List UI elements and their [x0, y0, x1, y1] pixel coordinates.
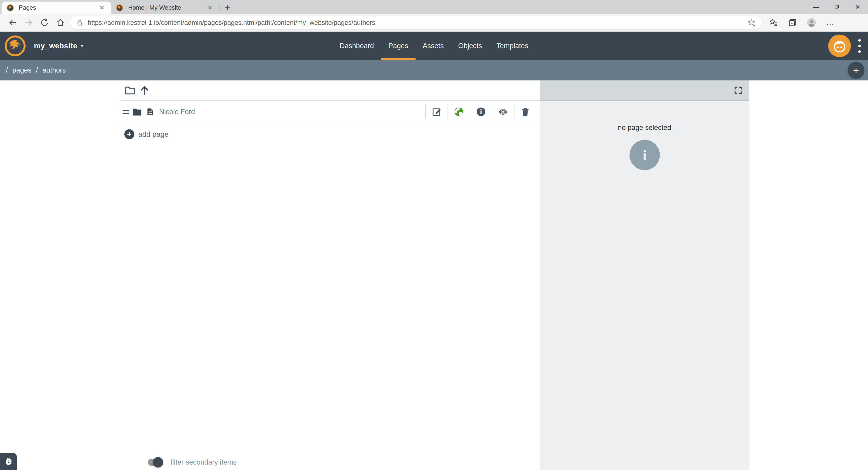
add-page-label: add page	[138, 130, 168, 138]
breadcrumb: / pages / authors +	[0, 60, 868, 81]
collections-button[interactable]	[783, 15, 802, 30]
forward-button[interactable]	[21, 15, 37, 30]
header-right	[828, 32, 868, 60]
debug-button[interactable]	[0, 453, 17, 470]
publish-page-button[interactable]	[447, 104, 470, 119]
close-tab-icon[interactable]: ✕	[206, 3, 215, 12]
add-page-button[interactable]: + add page	[121, 123, 540, 145]
nav-item-templates[interactable]: Templates	[489, 32, 535, 60]
browser-tabstrip: Pages ✕ Home | My Website ✕ + — ✕	[0, 0, 868, 14]
edit-icon	[432, 107, 442, 117]
main-nav: Dashboard Pages Assets Objects Templates	[333, 32, 536, 60]
window-controls: — ✕	[806, 0, 868, 14]
filter-secondary-block: filter secondary items	[148, 458, 237, 466]
page-list-area: Nicole Ford	[0, 81, 540, 470]
right-filler	[749, 81, 868, 470]
tab-home-my-website[interactable]: Home | My Website ✕	[111, 2, 219, 14]
kestrel-logo-icon	[4, 35, 26, 57]
page-list: Nicole Ford	[121, 81, 540, 145]
breadcrumb-separator: /	[6, 66, 8, 74]
nav-item-objects[interactable]: Objects	[451, 32, 489, 60]
close-tab-icon[interactable]: ✕	[97, 3, 106, 12]
go-up-icon[interactable]	[139, 85, 150, 96]
close-window-button[interactable]: ✕	[847, 0, 868, 14]
folder-icon[interactable]	[124, 85, 135, 96]
ellipsis-icon: …	[826, 18, 835, 27]
eye-icon	[498, 107, 508, 117]
site-switcher[interactable]: my_website	[34, 41, 77, 50]
browser-toolbar: https://admin.kestrel-1.io/content/admin…	[0, 14, 868, 32]
lock-icon	[76, 19, 84, 26]
preview-page-button[interactable]	[492, 104, 514, 119]
url-text[interactable]: https://admin.kestrel-1.io/content/admin…	[88, 19, 747, 26]
profile-avatar-icon	[807, 18, 816, 27]
browser-menu-button[interactable]: …	[821, 15, 840, 30]
nav-item-pages[interactable]: Pages	[381, 32, 415, 60]
expand-icon[interactable]	[734, 86, 743, 95]
face-icon	[831, 38, 848, 54]
add-button[interactable]: +	[848, 62, 864, 79]
toggle-knob	[153, 457, 163, 468]
breadcrumb-separator: /	[36, 66, 38, 74]
bug-icon	[4, 457, 13, 466]
tab-title: Home | My Website	[128, 4, 206, 11]
no-page-selected-text: no page selected	[618, 124, 671, 132]
tab-title: Pages	[19, 4, 97, 11]
profile-button[interactable]	[802, 15, 821, 30]
edit-page-button[interactable]	[426, 104, 447, 119]
detail-panel: no page selected	[540, 81, 749, 470]
refresh-icon	[40, 18, 49, 27]
home-icon	[56, 18, 65, 27]
favorites-button[interactable]	[764, 15, 783, 30]
back-icon	[8, 18, 18, 27]
user-avatar[interactable]	[828, 35, 851, 57]
chevron-down-icon[interactable]: ▾	[81, 43, 83, 49]
address-bar[interactable]: https://admin.kestrel-1.io/content/admin…	[70, 16, 762, 29]
refresh-button[interactable]	[37, 15, 53, 30]
document-icon	[146, 107, 155, 116]
filter-secondary-toggle[interactable]	[148, 459, 161, 466]
add-favorite-icon[interactable]	[747, 18, 756, 27]
info-icon	[476, 107, 486, 117]
plus-icon: +	[124, 129, 134, 139]
page-row-left: Nicole Ford	[123, 107, 195, 117]
collections-icon	[788, 18, 797, 27]
nav-item-assets[interactable]: Assets	[415, 32, 451, 60]
forward-icon	[24, 18, 33, 27]
home-button[interactable]	[53, 15, 68, 30]
detail-panel-body: no page selected	[540, 100, 749, 470]
list-toolbar-row	[121, 81, 540, 101]
breadcrumb-item-pages[interactable]: pages	[12, 66, 31, 74]
minimize-button[interactable]: —	[806, 0, 827, 14]
filter-secondary-label: filter secondary items	[170, 458, 237, 466]
globe-icon	[454, 107, 464, 117]
restore-button[interactable]	[827, 0, 847, 14]
back-button[interactable]	[5, 15, 21, 30]
folder-filled-icon	[132, 107, 143, 117]
restore-icon	[834, 4, 840, 10]
detail-panel-header	[540, 81, 749, 100]
drag-handle-icon[interactable]	[123, 109, 129, 115]
toolbar-right-icons: …	[764, 15, 840, 30]
kestrel-favicon-icon	[6, 4, 14, 11]
page-info-button[interactable]	[470, 104, 492, 119]
trash-icon	[520, 107, 530, 117]
info-placeholder-icon	[629, 140, 660, 170]
breadcrumb-item-authors[interactable]: authors	[42, 66, 66, 74]
page-title[interactable]: Nicole Ford	[159, 108, 195, 116]
page-row-actions	[426, 104, 536, 119]
content: Nicole Ford	[0, 81, 868, 470]
kestrel-favicon-icon	[116, 4, 123, 11]
new-tab-button[interactable]: +	[219, 2, 235, 14]
app-header: my_website ▾ Dashboard Pages Assets Obje…	[0, 32, 868, 60]
delete-page-button[interactable]	[514, 104, 536, 119]
nav-item-dashboard[interactable]: Dashboard	[333, 32, 381, 60]
kebab-menu-icon[interactable]	[851, 39, 868, 53]
favorites-icon	[769, 18, 778, 27]
page-row-nicole-ford[interactable]: Nicole Ford	[121, 101, 540, 123]
tab-pages[interactable]: Pages ✕	[2, 2, 111, 14]
